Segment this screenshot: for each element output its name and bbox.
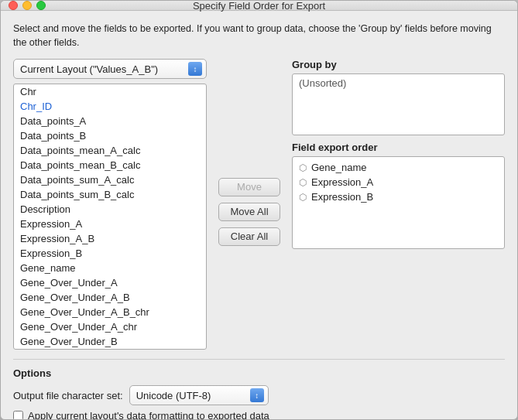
drag-handle-icon: ⬡ bbox=[299, 162, 307, 173]
middle-panel: Move Move All Clear All bbox=[214, 59, 284, 350]
minimize-button[interactable] bbox=[22, 1, 32, 10]
export-order-item[interactable]: ⬡Gene_name bbox=[293, 160, 504, 175]
layout-dropdown-container: Current Layout ("Values_A_B") ↕ bbox=[13, 59, 207, 79]
main-window: Specify Field Order for Export Select an… bbox=[0, 0, 518, 420]
field-list-item[interactable]: Data_points_mean_B_calc bbox=[14, 158, 206, 172]
field-list-item[interactable]: Expression_A_B bbox=[14, 231, 206, 246]
left-panel: Current Layout ("Values_A_B") ↕ ChrChr_I… bbox=[13, 59, 207, 350]
apply-formatting-label: Apply current layout's data formatting t… bbox=[28, 410, 269, 420]
apply-formatting-row: Apply current layout's data formatting t… bbox=[13, 410, 505, 420]
charset-label: Output file character set: bbox=[13, 390, 123, 401]
export-order-item[interactable]: ⬡Expression_B bbox=[293, 190, 504, 204]
group-section: Group by (Unsorted) bbox=[292, 59, 505, 135]
field-list-item[interactable]: Data_points_A bbox=[14, 114, 206, 128]
layout-dropdown-wrapper: Current Layout ("Values_A_B") ↕ bbox=[13, 59, 207, 79]
description-text: Select and move the fields to be exporte… bbox=[13, 22, 505, 50]
field-list-item[interactable]: Chr_ID bbox=[14, 99, 206, 114]
field-list-item[interactable]: Data_points_mean_A_calc bbox=[14, 143, 206, 158]
drag-handle-icon: ⬡ bbox=[299, 177, 307, 188]
move-button[interactable]: Move bbox=[218, 178, 280, 196]
field-list-item[interactable]: Expression_B bbox=[14, 246, 206, 261]
traffic-lights bbox=[9, 1, 46, 10]
field-list-item[interactable]: Chr bbox=[14, 84, 206, 99]
charset-dropdown-wrapper: Unicode (UTF-8) ↕ bbox=[129, 385, 269, 405]
options-section: Options Output file character set: Unico… bbox=[13, 359, 505, 420]
options-label: Options bbox=[13, 367, 505, 379]
group-by-label: Group by bbox=[292, 59, 505, 70]
drag-handle-icon: ⬡ bbox=[299, 192, 307, 203]
export-order-item[interactable]: ⬡Expression_A bbox=[293, 175, 504, 190]
field-export-order-label: Field export order bbox=[292, 142, 505, 153]
export-item-label: Gene_name bbox=[311, 162, 367, 173]
field-list-item[interactable]: Gene_name bbox=[14, 261, 206, 275]
window-title: Specify Field Order for Export bbox=[193, 0, 325, 12]
field-list-item[interactable]: Data_points_sum_A_calc bbox=[14, 172, 206, 187]
field-list-item[interactable]: Description bbox=[14, 202, 206, 217]
field-list-item[interactable]: Expression_A bbox=[14, 217, 206, 231]
field-list-item[interactable]: Gene_Over_Under_B bbox=[14, 334, 206, 349]
content-area: Select and move the fields to be exporte… bbox=[1, 11, 517, 420]
field-list[interactable]: ChrChr_IDData_points_AData_points_BData_… bbox=[13, 84, 207, 350]
charset-row: Output file character set: Unicode (UTF-… bbox=[13, 385, 505, 405]
unsorted-text: (Unsorted) bbox=[299, 77, 346, 89]
apply-formatting-checkbox[interactable] bbox=[13, 411, 23, 420]
field-list-item[interactable]: Gene_Over_Under_A_B bbox=[14, 290, 206, 305]
export-order-box[interactable]: ⬡Gene_name⬡Expression_A⬡Expression_B bbox=[292, 156, 505, 249]
charset-dropdown[interactable]: Unicode (UTF-8) bbox=[129, 385, 269, 405]
titlebar: Specify Field Order for Export bbox=[1, 1, 517, 11]
export-section: Field export order ⬡Gene_name⬡Expression… bbox=[292, 142, 505, 249]
group-by-box[interactable]: (Unsorted) bbox=[292, 73, 505, 135]
field-list-item[interactable]: Gene_Over_Under_A bbox=[14, 275, 206, 290]
field-list-item[interactable]: Data_points_sum_B_calc bbox=[14, 187, 206, 202]
maximize-button[interactable] bbox=[36, 1, 46, 10]
export-item-label: Expression_B bbox=[311, 191, 373, 203]
field-list-item[interactable]: Gene_Over_Under_A_chr bbox=[14, 319, 206, 334]
main-area: Current Layout ("Values_A_B") ↕ ChrChr_I… bbox=[13, 59, 505, 350]
close-button[interactable] bbox=[9, 1, 18, 10]
export-item-label: Expression_A bbox=[311, 176, 373, 188]
right-panel: Group by (Unsorted) Field export order ⬡… bbox=[292, 59, 505, 350]
field-list-item[interactable]: Data_points_B bbox=[14, 128, 206, 143]
move-all-button[interactable]: Move All bbox=[218, 203, 280, 221]
field-list-item[interactable]: Gene_Over_Under_A_B_chr bbox=[14, 305, 206, 319]
clear-all-button[interactable]: Clear All bbox=[218, 227, 280, 246]
layout-dropdown[interactable]: Current Layout ("Values_A_B") bbox=[13, 59, 207, 79]
